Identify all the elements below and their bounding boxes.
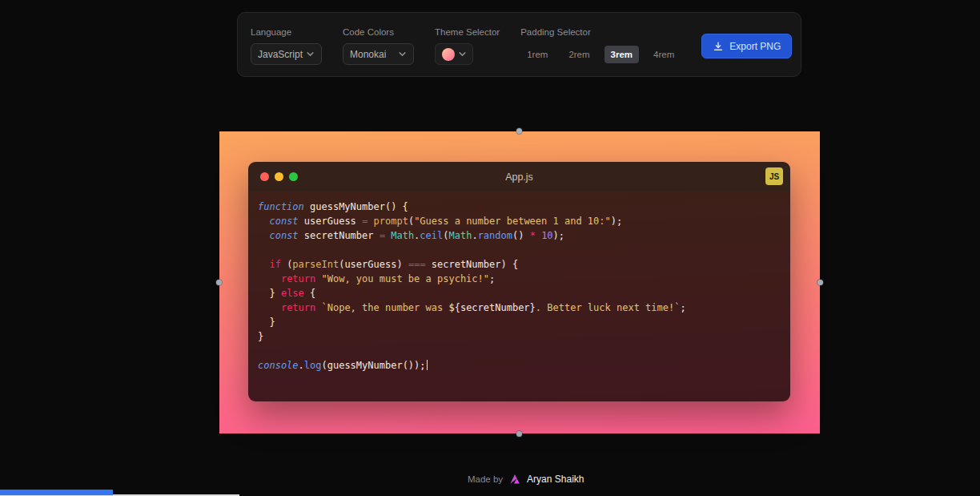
javascript-badge-icon: JS: [765, 167, 783, 185]
code-colors-value: Monokai: [350, 49, 386, 60]
download-icon: [713, 41, 724, 52]
chevron-down-icon: [458, 50, 467, 58]
language-select[interactable]: JavaScript: [251, 43, 322, 65]
export-png-button[interactable]: Export PNG: [701, 34, 792, 58]
code-line: return `Nope, the number was ${secretNum…: [258, 300, 781, 315]
padding-option-2rem[interactable]: 2rem: [562, 46, 596, 63]
code-colors-select[interactable]: Monokai: [343, 43, 414, 65]
resize-handle-top[interactable]: [516, 128, 522, 134]
theme-group: Theme Selector: [435, 27, 500, 65]
export-canvas: App.js JS function guessMyNumber() { con…: [219, 131, 820, 433]
code-line: const secretNumber = Math.ceil(Math.rand…: [258, 228, 781, 243]
made-by-label: Made by: [468, 474, 503, 484]
author-link[interactable]: Aryan Shaikh: [527, 474, 584, 485]
theme-selector-button[interactable]: [435, 43, 473, 65]
code-line: const userGuess = prompt("Guess a number…: [258, 214, 781, 228]
horizontal-scrollbar-thumb[interactable]: [0, 490, 113, 495]
export-png-label: Export PNG: [729, 41, 781, 52]
padding-group: Padding Selector 1rem 2rem 3rem 4rem: [520, 27, 681, 65]
code-line: }: [258, 315, 781, 329]
resize-handle-bottom[interactable]: [516, 431, 522, 437]
text-caret: [427, 360, 428, 370]
theme-selector-label: Theme Selector: [435, 27, 500, 37]
code-editor[interactable]: function guessMyNumber() { const userGue…: [248, 192, 790, 401]
code-window-header: App.js JS: [248, 162, 790, 192]
padding-option-1rem[interactable]: 1rem: [520, 46, 554, 63]
footer: Made by Aryan Shaikh: [468, 472, 584, 486]
code-colors-label: Code Colors: [343, 27, 414, 37]
code-line: return "Wow, you must be a psychic!";: [258, 272, 781, 286]
code-line: [258, 344, 781, 358]
padding-option-4rem[interactable]: 4rem: [647, 46, 681, 63]
code-line: console.log(guessMyNumber());: [258, 358, 781, 373]
language-label: Language: [251, 27, 322, 37]
code-line: }: [258, 329, 781, 344]
chevron-down-icon: [306, 50, 315, 58]
file-title[interactable]: App.js: [248, 171, 790, 183]
code-line: [258, 243, 781, 257]
language-value: JavaScript: [258, 49, 303, 60]
chevron-down-icon: [398, 50, 407, 58]
theme-swatch-icon: [442, 48, 455, 61]
code-line: } else {: [258, 286, 781, 300]
padding-option-3rem[interactable]: 3rem: [604, 46, 640, 63]
padding-options: 1rem 2rem 3rem 4rem: [520, 43, 681, 65]
language-group: Language JavaScript: [251, 27, 322, 65]
code-colors-group: Code Colors Monokai: [343, 27, 414, 65]
toolbar: Language JavaScript Code Colors Monokai …: [237, 12, 801, 77]
padding-selector-label: Padding Selector: [520, 27, 681, 37]
code-line: if (parseInt(userGuess) === secretNumber…: [258, 257, 781, 272]
code-lines: function guessMyNumber() { const userGue…: [258, 200, 781, 373]
app-page: Language JavaScript Code Colors Monokai …: [0, 0, 980, 496]
resize-handle-left[interactable]: [216, 280, 222, 285]
resize-handle-right[interactable]: [817, 280, 823, 285]
author-logo-icon: [508, 473, 521, 486]
code-line: function guessMyNumber() {: [258, 200, 781, 214]
code-window: App.js JS function guessMyNumber() { con…: [248, 162, 790, 401]
